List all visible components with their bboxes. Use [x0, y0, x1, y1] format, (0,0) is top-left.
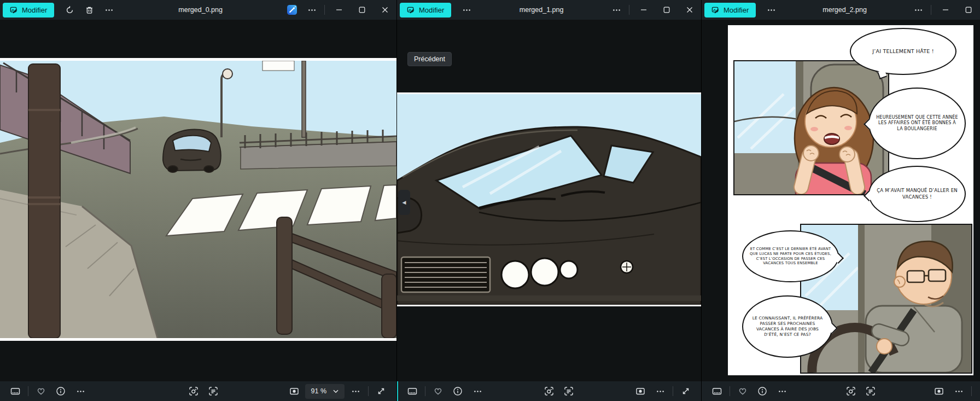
divider: [324, 5, 325, 15]
close-button[interactable]: [374, 0, 396, 20]
maximize-button[interactable]: [655, 0, 678, 20]
photos-window-1: Modifier merged_0.png: [0, 0, 396, 401]
divider: [629, 5, 629, 15]
more-options-icon[interactable]: [606, 2, 626, 18]
heart-icon[interactable]: [428, 383, 448, 399]
status-bar: [702, 381, 980, 401]
photo-viewport: [0, 20, 396, 381]
minimize-button[interactable]: [328, 0, 351, 20]
divider: [673, 386, 673, 396]
divider: [425, 386, 425, 396]
minimize-button[interactable]: [934, 0, 957, 20]
street-scene-illustration: [0, 61, 396, 338]
info-icon[interactable]: [752, 383, 772, 399]
minimize-button[interactable]: [632, 0, 655, 20]
photos-window-3: Modifier merged_2.png: [702, 0, 980, 401]
speech-bubble: ÇA M’AVAIT MANQUÉ D’ALLER EN VACANCES !: [868, 166, 966, 222]
edit-button[interactable]: Modifier: [3, 3, 54, 18]
designer-ai-icon[interactable]: [282, 2, 302, 18]
window-title: merged_1.png: [476, 6, 606, 14]
more-options-icon[interactable]: [468, 383, 487, 399]
divider: [971, 386, 972, 396]
framing-icon[interactable]: [929, 383, 949, 399]
status-bar: 91 %: [0, 381, 396, 401]
speech-bubble: J’AI TELLEMENT HÂTE !: [850, 28, 956, 75]
edit-button[interactable]: Modifier: [400, 3, 451, 18]
titlebar: Modifier merged_0.png: [0, 0, 396, 20]
edit-button-label: Modifier: [22, 6, 47, 14]
edit-image-pencil-icon: [407, 6, 415, 14]
speech-bubble: LE CONNAISSANT, IL PRÉFÉRERA PASSER SES …: [742, 295, 833, 358]
maximize-button[interactable]: [957, 0, 980, 20]
speech-bubble: HEUREUSEMENT QUE CETTE ANNÉE LES AFFAIRE…: [868, 88, 966, 159]
previous-image-button[interactable]: ◀: [398, 190, 410, 215]
framing-icon[interactable]: [284, 383, 304, 399]
more-options-icon[interactable]: [302, 2, 322, 18]
mother-illustration: [734, 61, 888, 194]
fullscreen-icon[interactable]: [676, 383, 696, 399]
photo-canvas-street-scene[interactable]: [0, 58, 396, 341]
car-closeup-illustration: [397, 94, 701, 305]
previous-tooltip: Précédent: [407, 52, 452, 66]
text-extract-icon[interactable]: [559, 383, 579, 399]
heart-icon[interactable]: [733, 383, 752, 399]
visual-search-icon[interactable]: [539, 383, 559, 399]
more-options-icon[interactable]: [71, 383, 90, 399]
visual-search-icon[interactable]: [841, 383, 861, 399]
text-extract-icon[interactable]: [203, 383, 223, 399]
close-button[interactable]: [678, 0, 701, 20]
window-title: merged_0.png: [119, 6, 282, 14]
photo-canvas-car-closeup[interactable]: [397, 92, 701, 306]
delete-icon[interactable]: [79, 2, 99, 18]
divider: [931, 5, 931, 15]
photos-window-2: Modifier merged_1.png Précédent: [397, 0, 701, 401]
chevron-down-icon: [333, 390, 339, 393]
fullscreen-icon[interactable]: [371, 383, 391, 399]
photo-viewport: J’AI TELLEMENT HÂTE ! HEUREUSEMENT QUE C…: [702, 20, 980, 381]
edit-button[interactable]: Modifier: [704, 3, 756, 18]
text-extract-icon[interactable]: [861, 383, 880, 399]
edit-image-pencil-icon: [711, 6, 720, 14]
more-options-icon[interactable]: [772, 383, 792, 399]
rotate-icon[interactable]: [60, 2, 79, 18]
titlebar: Modifier merged_2.png: [702, 0, 980, 20]
chevron-left-icon: ◀: [402, 200, 406, 205]
heart-icon[interactable]: [31, 383, 51, 399]
edit-image-pencil-icon: [10, 6, 18, 14]
framing-icon[interactable]: [631, 383, 650, 399]
edit-button-label: Modifier: [724, 6, 749, 14]
divider: [730, 386, 730, 396]
edit-button-label: Modifier: [419, 6, 444, 14]
zoom-level-value: 91 %: [311, 387, 327, 395]
titlebar: Modifier merged_1.png: [397, 0, 701, 20]
comic-panel-mother: [733, 60, 889, 195]
info-icon[interactable]: [448, 383, 468, 399]
more-options-icon[interactable]: [908, 2, 928, 18]
photo-canvas-comic-page[interactable]: J’AI TELLEMENT HÂTE ! HEUREUSEMENT QUE C…: [728, 25, 973, 375]
info-icon[interactable]: [51, 383, 71, 399]
window-title: merged_2.png: [781, 6, 908, 14]
visual-search-icon[interactable]: [184, 383, 203, 399]
speech-bubble: ET COMME C’EST LE DERNIER ÉTÉ AVANT QUE …: [742, 230, 839, 282]
more-options-icon[interactable]: [650, 383, 670, 399]
divider: [28, 386, 28, 396]
filmstrip-icon[interactable]: [707, 383, 727, 399]
more-options-icon[interactable]: [761, 2, 781, 18]
divider: [368, 386, 369, 396]
status-bar: [397, 381, 701, 401]
more-options-icon[interactable]: [457, 2, 476, 18]
more-options-icon[interactable]: [99, 2, 119, 18]
photo-viewport: Précédent: [397, 20, 701, 381]
filmstrip-icon[interactable]: [5, 383, 25, 399]
more-options-icon[interactable]: [346, 383, 365, 399]
more-options-icon[interactable]: [949, 383, 969, 399]
distant-car: [163, 130, 221, 173]
maximize-button[interactable]: [351, 0, 374, 20]
filmstrip-icon[interactable]: [402, 383, 422, 399]
window-edge-accent: [397, 381, 398, 401]
zoom-level-dropdown[interactable]: 91 %: [305, 384, 345, 399]
